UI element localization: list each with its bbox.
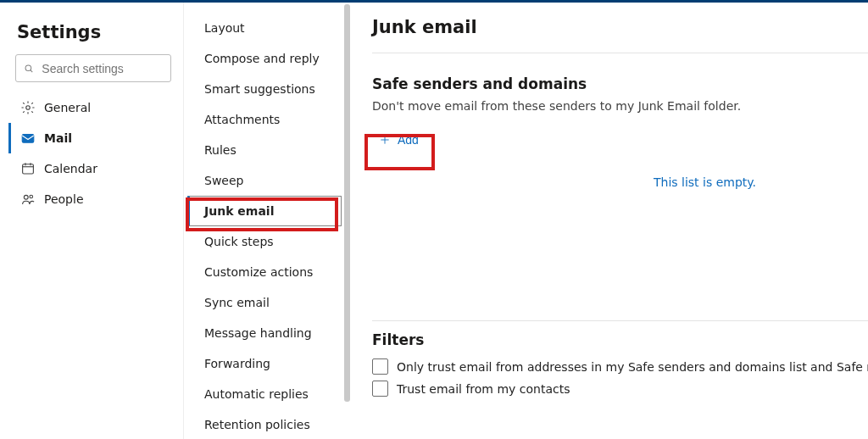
divider xyxy=(372,53,868,53)
safe-senders-title: Safe senders and domains xyxy=(372,75,868,92)
category-label: General xyxy=(44,101,91,114)
calendar-icon xyxy=(20,161,36,176)
svg-point-2 xyxy=(26,106,31,110)
subpage-item-layout[interactable]: Layout xyxy=(184,13,342,43)
settings-window: Settings General Mail Calendar People La… xyxy=(0,0,868,439)
settings-search-input[interactable] xyxy=(40,61,163,76)
svg-point-9 xyxy=(30,195,33,198)
people-icon xyxy=(20,192,36,207)
filter-only-trust-safe[interactable]: Only trust email from addresses in my Sa… xyxy=(372,358,868,375)
subpage-item-quick-steps[interactable]: Quick steps xyxy=(184,226,342,257)
svg-point-8 xyxy=(24,195,28,199)
search-icon xyxy=(24,63,34,75)
subpage-item-automatic-replies[interactable]: Automatic replies xyxy=(184,379,342,409)
divider xyxy=(372,320,868,321)
category-mail[interactable]: Mail xyxy=(8,123,171,153)
subpage-item-retention-policies[interactable]: Retention policies xyxy=(184,409,342,439)
safe-senders-empty-message: This list is empty. xyxy=(542,175,868,189)
subpage-item-attachments[interactable]: Attachments xyxy=(184,104,342,135)
checkbox[interactable] xyxy=(372,381,388,397)
safe-senders-description: Don't move email from these senders to m… xyxy=(372,99,868,113)
plus-icon xyxy=(379,134,391,146)
subpage-item-sweep[interactable]: Sweep xyxy=(184,165,342,196)
subpage-item-customize-actions[interactable]: Customize actions xyxy=(184,257,342,287)
add-safe-sender-button[interactable]: Add xyxy=(372,128,426,152)
subpage-item-forwarding[interactable]: Forwarding xyxy=(184,348,342,379)
subpage-item-sync-email[interactable]: Sync email xyxy=(184,287,342,318)
category-people[interactable]: People xyxy=(8,184,171,214)
settings-subpages-panel: LayoutCompose and replySmart suggestions… xyxy=(184,3,350,439)
scrollbar-thumb[interactable] xyxy=(344,4,350,402)
checkbox-label: Only trust email from addresses in my Sa… xyxy=(397,360,868,374)
settings-search[interactable] xyxy=(15,54,171,82)
checkbox-label: Trust email from my contacts xyxy=(397,382,570,396)
subpage-scrollbar[interactable] xyxy=(344,4,350,436)
filter-trust-contacts[interactable]: Trust email from my contacts xyxy=(372,381,868,397)
category-calendar[interactable]: Calendar xyxy=(8,153,171,184)
svg-point-0 xyxy=(25,64,31,70)
settings-title: Settings xyxy=(17,22,171,42)
category-general[interactable]: General xyxy=(8,92,171,123)
subpage-item-message-handling[interactable]: Message handling xyxy=(184,318,342,348)
svg-rect-4 xyxy=(23,164,34,174)
subpage-item-rules[interactable]: Rules xyxy=(184,135,342,165)
svg-line-1 xyxy=(31,69,32,71)
settings-categories-panel: Settings General Mail Calendar People xyxy=(0,3,184,439)
category-label: Calendar xyxy=(44,162,97,175)
checkbox[interactable] xyxy=(372,358,388,375)
category-label: Mail xyxy=(44,131,72,145)
mail-icon xyxy=(20,131,36,146)
subpage-item-junk-email[interactable]: Junk email xyxy=(187,196,342,226)
category-label: People xyxy=(44,192,84,206)
gear-icon xyxy=(20,100,36,115)
subpage-item-smart-suggestions[interactable]: Smart suggestions xyxy=(184,74,342,104)
subpage-list: LayoutCompose and replySmart suggestions… xyxy=(184,9,350,439)
panel-title: Junk email xyxy=(372,17,868,37)
subpage-item-compose-and-reply[interactable]: Compose and reply xyxy=(184,43,342,74)
filters-title: Filters xyxy=(372,331,868,348)
add-button-label: Add xyxy=(398,133,419,147)
junk-email-panel: Junk email Safe senders and domains Don'… xyxy=(350,3,868,439)
